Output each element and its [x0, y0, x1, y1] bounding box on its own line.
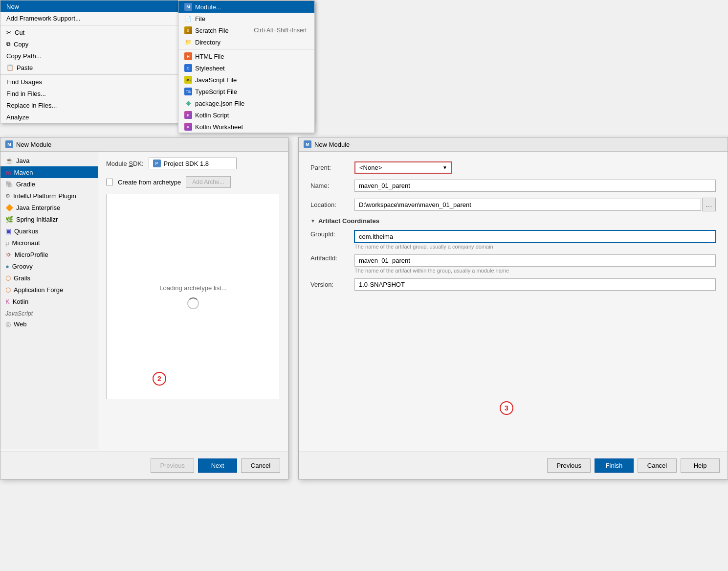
pkg-icon: ❋ — [184, 99, 192, 107]
artifactid-hint: The name of the artifact within the grou… — [354, 268, 716, 274]
module-item-maven[interactable]: m Maven — [0, 166, 98, 178]
module-list: ☕ Java m Maven 🐘 Gradle ⚙ IntelliJ Platf… — [0, 152, 98, 449]
sdk-row: Module SDK: P Project SDK 1.8 — [106, 158, 280, 169]
archetype-label: Create from archetype — [118, 179, 181, 186]
cancel-button-left[interactable]: Cancel — [241, 458, 280, 473]
submenu-item-html[interactable]: H HTML File — [178, 50, 314, 62]
parent-value: <None> — [359, 164, 382, 171]
web-icon: ◎ — [5, 320, 11, 328]
version-input[interactable] — [354, 278, 716, 291]
archetype-list-area: Loading archetype list... — [106, 194, 280, 399]
collapse-icon: ▼ — [310, 218, 315, 224]
groupid-input[interactable] — [354, 230, 716, 243]
help-button[interactable]: Help — [681, 458, 720, 473]
right-form-area: Parent: <None> ▼ Name: Location: … ▼ Art… — [299, 152, 728, 301]
dialog-right-title: New Module — [314, 141, 350, 148]
location-input[interactable] — [354, 199, 701, 211]
submenu-item-kotlin-script[interactable]: K Kotlin Script — [178, 109, 314, 121]
module-item-web[interactable]: ◎ Web — [0, 318, 98, 330]
dialog-right-icon: M — [304, 140, 311, 148]
browse-button[interactable]: … — [702, 198, 716, 211]
context-menu: New ▶ Add Framework Support... ✂ Cut Ctr… — [0, 0, 313, 123]
spring-icon: 🌿 — [5, 216, 13, 223]
module-item-java[interactable]: ☕ Java — [0, 155, 98, 166]
name-input[interactable] — [354, 180, 716, 192]
dialog-right-footer: Previous Finish Cancel Help — [299, 452, 728, 479]
module-item-kotlin[interactable]: K Kotlin — [0, 296, 98, 307]
microprofile-icon: ⛭ — [5, 251, 12, 258]
kotlin-script-icon: K — [184, 111, 192, 119]
archetype-row: Create from archetype Add Arche... — [106, 176, 280, 188]
annotation-2: 2 — [153, 372, 166, 386]
dialog-left-title-bar: M New Module — [0, 137, 288, 152]
artifactid-label: ArtifactId: — [310, 254, 354, 262]
module-item-intellij[interactable]: ⚙ IntelliJ Platform Plugin — [0, 190, 98, 202]
module-item-grails[interactable]: ⬡ Grails — [0, 272, 98, 284]
submenu-item-kotlin-worksheet[interactable]: K Kotlin Worksheet — [178, 121, 314, 133]
module-item-quarkus[interactable]: ▣ Quarkus — [0, 225, 98, 237]
version-row: Version: — [310, 278, 716, 291]
parent-label: Parent: — [310, 164, 354, 171]
module-item-groovy[interactable]: ● Groovy — [0, 260, 98, 272]
sdk-value: Project SDK 1.8 — [164, 160, 209, 167]
add-framework-label: Add Framework Support... — [6, 15, 81, 22]
module-item-micronaut[interactable]: μ Micronaut — [0, 237, 98, 249]
analyze-label: Analyze — [6, 114, 29, 121]
module-item-spring[interactable]: 🌿 Spring Initializr — [0, 213, 98, 225]
artifactid-input[interactable] — [354, 254, 716, 267]
paste-label: Paste — [17, 64, 33, 71]
new-label: New — [6, 3, 19, 10]
next-button[interactable]: Next — [198, 458, 237, 473]
html-icon: H — [184, 52, 192, 60]
java-icon: ☕ — [5, 157, 13, 164]
file-icon: 📄 — [184, 15, 192, 23]
parent-select[interactable]: <None> ▼ — [354, 161, 452, 174]
location-row: Location: … — [310, 198, 716, 211]
sdk-dropdown[interactable]: P Project SDK 1.8 — [149, 158, 237, 169]
annotation-3: 3 — [500, 401, 513, 415]
dialog-left-icon: M — [5, 140, 13, 148]
previous-button-left[interactable]: Previous — [151, 458, 194, 473]
cancel-button-right[interactable]: Cancel — [638, 458, 677, 473]
file-label: File — [195, 15, 205, 23]
submenu-item-scratch[interactable]: S Scratch File Ctrl+Alt+Shift+Insert — [178, 24, 314, 36]
location-label: Location: — [310, 201, 354, 208]
submenu-item-pkg[interactable]: ❋ package.json File — [178, 97, 314, 109]
copy-path-label: Copy Path... — [6, 52, 42, 60]
sdk-icon: P — [153, 160, 161, 167]
grails-icon: ⬡ — [5, 274, 11, 282]
kotlin-worksheet-icon: K — [184, 123, 192, 131]
submenu-item-module[interactable]: M Module... — [178, 1, 314, 13]
ts-label: TypeScript File — [195, 88, 237, 95]
submenu-item-js[interactable]: JS JavaScript File — [178, 74, 314, 86]
js-section-label: JavaScript — [0, 307, 98, 318]
gradle-icon: 🐘 — [5, 181, 13, 188]
finish-button[interactable]: Finish — [595, 458, 634, 473]
copy-label: Copy — [14, 41, 28, 48]
micronaut-icon: μ — [5, 239, 9, 247]
js-label: JavaScript File — [195, 76, 237, 84]
archetype-checkbox[interactable] — [106, 179, 113, 185]
add-archetype-button[interactable]: Add Arche... — [186, 176, 230, 188]
module-item-appforge[interactable]: ⬡ Application Forge — [0, 284, 98, 296]
artifactid-wrap: ArtifactId: The name of the artifact wit… — [310, 254, 716, 274]
submenu-item-ts[interactable]: TS TypeScript File — [178, 86, 314, 97]
submenu-item-stylesheet[interactable]: C Stylesheet — [178, 62, 314, 74]
js-icon: JS — [184, 76, 192, 84]
loading-text: Loading archetype list... — [159, 284, 226, 292]
dialog-right-title-bar: M New Module — [299, 137, 728, 152]
module-item-gradle[interactable]: 🐘 Gradle — [0, 178, 98, 190]
parent-row: Parent: <None> ▼ — [310, 161, 716, 174]
appforge-icon: ⬡ — [5, 286, 11, 294]
module-item-microprofile[interactable]: ⛭ MicroProfile — [0, 249, 98, 260]
module-label: Module... — [195, 3, 221, 11]
dropdown-arrow-icon: ▼ — [442, 165, 447, 170]
submenu-item-directory[interactable]: 📁 Directory — [178, 36, 314, 48]
quarkus-icon: ▣ — [5, 228, 11, 235]
copy-icon: ⧉ — [6, 41, 11, 47]
submenu-item-file[interactable]: 📄 File — [178, 13, 314, 24]
artifact-title: Artifact Coordinates — [318, 217, 379, 225]
previous-button-right[interactable]: Previous — [547, 458, 591, 473]
artifact-header[interactable]: ▼ Artifact Coordinates — [310, 217, 716, 225]
module-item-jenterprise[interactable]: 🔶 Java Enterprise — [0, 202, 98, 213]
